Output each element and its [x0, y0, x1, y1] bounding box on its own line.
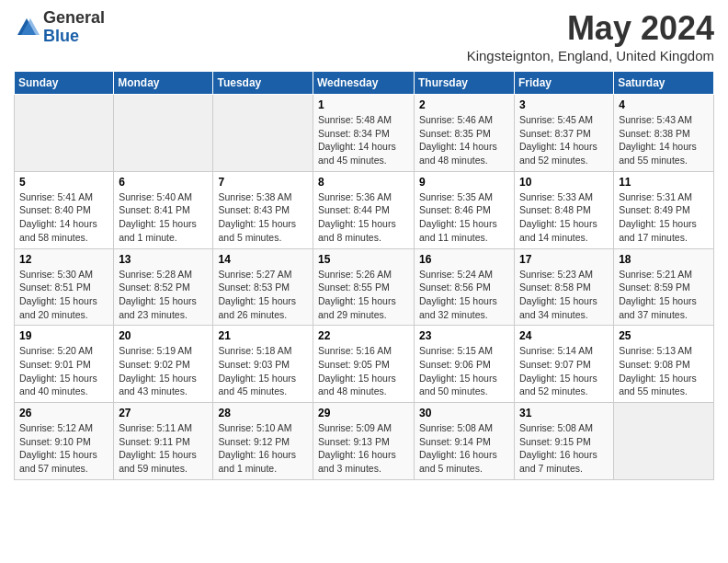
- day-number: 30: [419, 407, 509, 419]
- calendar-cell: 5Sunrise: 5:41 AM Sunset: 8:40 PM Daylig…: [15, 171, 114, 248]
- calendar-cell: 28Sunrise: 5:10 AM Sunset: 9:12 PM Dayli…: [213, 403, 313, 480]
- calendar-cell: 8Sunrise: 5:36 AM Sunset: 8:44 PM Daylig…: [313, 171, 415, 248]
- day-info: Sunrise: 5:11 AM Sunset: 9:11 PM Dayligh…: [119, 421, 208, 476]
- day-info: Sunrise: 5:23 AM Sunset: 8:58 PM Dayligh…: [519, 268, 609, 322]
- weekday-header: Monday: [114, 72, 213, 95]
- calendar-cell: 23Sunrise: 5:15 AM Sunset: 9:06 PM Dayli…: [415, 326, 515, 403]
- day-number: 28: [218, 407, 308, 419]
- calendar-cell: 30Sunrise: 5:08 AM Sunset: 9:14 PM Dayli…: [415, 403, 515, 480]
- day-info: Sunrise: 5:27 AM Sunset: 8:53 PM Dayligh…: [218, 268, 308, 322]
- day-number: 13: [119, 253, 208, 266]
- calendar-cell: 22Sunrise: 5:16 AM Sunset: 9:05 PM Dayli…: [313, 326, 415, 403]
- calendar-table: SundayMondayTuesdayWednesdayThursdayFrid…: [14, 71, 714, 480]
- calendar-cell: 25Sunrise: 5:13 AM Sunset: 9:08 PM Dayli…: [614, 326, 714, 403]
- calendar-cell: [15, 95, 114, 172]
- day-number: 22: [318, 329, 409, 342]
- day-number: 24: [519, 329, 609, 342]
- calendar-cell: 12Sunrise: 5:30 AM Sunset: 8:51 PM Dayli…: [15, 248, 114, 326]
- day-info: Sunrise: 5:13 AM Sunset: 9:08 PM Dayligh…: [619, 344, 709, 398]
- weekday-header: Tuesday: [213, 72, 313, 95]
- day-number: 15: [318, 253, 409, 266]
- day-number: 8: [318, 176, 409, 189]
- calendar-week-row: 26Sunrise: 5:12 AM Sunset: 9:10 PM Dayli…: [15, 403, 714, 480]
- day-number: 27: [119, 407, 208, 419]
- day-number: 19: [19, 329, 108, 342]
- calendar-cell: [114, 95, 213, 172]
- day-number: 9: [419, 176, 509, 189]
- calendar-cell: 29Sunrise: 5:09 AM Sunset: 9:13 PM Dayli…: [313, 403, 415, 480]
- day-info: Sunrise: 5:38 AM Sunset: 8:43 PM Dayligh…: [218, 190, 308, 245]
- day-info: Sunrise: 5:33 AM Sunset: 8:48 PM Dayligh…: [519, 190, 609, 245]
- weekday-header: Wednesday: [313, 72, 415, 95]
- day-number: 16: [419, 253, 509, 266]
- calendar-cell: 10Sunrise: 5:33 AM Sunset: 8:48 PM Dayli…: [515, 171, 614, 248]
- weekday-header-row: SundayMondayTuesdayWednesdayThursdayFrid…: [15, 72, 714, 95]
- day-info: Sunrise: 5:45 AM Sunset: 8:37 PM Dayligh…: [519, 113, 609, 167]
- day-info: Sunrise: 5:40 AM Sunset: 8:41 PM Dayligh…: [119, 190, 208, 245]
- calendar-cell: 27Sunrise: 5:11 AM Sunset: 9:11 PM Dayli…: [114, 403, 213, 480]
- day-number: 14: [218, 253, 308, 266]
- logo: General Blue: [14, 9, 105, 46]
- calendar-cell: 26Sunrise: 5:12 AM Sunset: 9:10 PM Dayli…: [15, 403, 114, 480]
- calendar-cell: 21Sunrise: 5:18 AM Sunset: 9:03 PM Dayli…: [213, 326, 313, 403]
- day-number: 17: [519, 253, 609, 266]
- day-number: 2: [419, 98, 509, 111]
- day-number: 29: [318, 407, 409, 419]
- day-number: 7: [218, 176, 308, 189]
- day-info: Sunrise: 5:36 AM Sunset: 8:44 PM Dayligh…: [318, 190, 409, 245]
- calendar-cell: 31Sunrise: 5:08 AM Sunset: 9:15 PM Dayli…: [515, 403, 614, 480]
- calendar-cell: 14Sunrise: 5:27 AM Sunset: 8:53 PM Dayli…: [213, 248, 313, 326]
- day-number: 10: [519, 176, 609, 189]
- title-block: May 2024 Kingsteignton, England, United …: [467, 9, 714, 63]
- calendar-cell: 18Sunrise: 5:21 AM Sunset: 8:59 PM Dayli…: [614, 248, 714, 326]
- calendar-cell: 19Sunrise: 5:20 AM Sunset: 9:01 PM Dayli…: [15, 326, 114, 403]
- day-number: 11: [619, 176, 709, 189]
- day-info: Sunrise: 5:12 AM Sunset: 9:10 PM Dayligh…: [19, 421, 108, 476]
- day-number: 21: [218, 329, 308, 342]
- day-number: 3: [519, 98, 609, 111]
- day-info: Sunrise: 5:43 AM Sunset: 8:38 PM Dayligh…: [619, 113, 709, 167]
- calendar-cell: 24Sunrise: 5:14 AM Sunset: 9:07 PM Dayli…: [515, 326, 614, 403]
- day-info: Sunrise: 5:09 AM Sunset: 9:13 PM Dayligh…: [318, 421, 409, 476]
- day-info: Sunrise: 5:14 AM Sunset: 9:07 PM Dayligh…: [519, 344, 609, 398]
- day-number: 12: [19, 253, 108, 266]
- calendar-cell: 7Sunrise: 5:38 AM Sunset: 8:43 PM Daylig…: [213, 171, 313, 248]
- location: Kingsteignton, England, United Kingdom: [467, 48, 714, 63]
- day-number: 26: [19, 407, 108, 419]
- logo-text: General Blue: [43, 9, 105, 46]
- calendar-cell: [213, 95, 313, 172]
- page-header: General Blue May 2024 Kingsteignton, Eng…: [14, 9, 714, 63]
- calendar-cell: 17Sunrise: 5:23 AM Sunset: 8:58 PM Dayli…: [515, 248, 614, 326]
- calendar-cell: 13Sunrise: 5:28 AM Sunset: 8:52 PM Dayli…: [114, 248, 213, 326]
- day-info: Sunrise: 5:30 AM Sunset: 8:51 PM Dayligh…: [19, 268, 108, 322]
- day-info: Sunrise: 5:08 AM Sunset: 9:14 PM Dayligh…: [419, 421, 509, 476]
- calendar-cell: 16Sunrise: 5:24 AM Sunset: 8:56 PM Dayli…: [415, 248, 515, 326]
- day-info: Sunrise: 5:46 AM Sunset: 8:35 PM Dayligh…: [419, 113, 509, 167]
- calendar-cell: 3Sunrise: 5:45 AM Sunset: 8:37 PM Daylig…: [515, 95, 614, 172]
- calendar-cell: 2Sunrise: 5:46 AM Sunset: 8:35 PM Daylig…: [415, 95, 515, 172]
- day-info: Sunrise: 5:08 AM Sunset: 9:15 PM Dayligh…: [519, 421, 609, 476]
- calendar-week-row: 19Sunrise: 5:20 AM Sunset: 9:01 PM Dayli…: [15, 326, 714, 403]
- day-info: Sunrise: 5:16 AM Sunset: 9:05 PM Dayligh…: [318, 344, 409, 398]
- day-info: Sunrise: 5:10 AM Sunset: 9:12 PM Dayligh…: [218, 421, 308, 476]
- day-number: 5: [19, 176, 108, 189]
- day-info: Sunrise: 5:35 AM Sunset: 8:46 PM Dayligh…: [419, 190, 509, 245]
- day-info: Sunrise: 5:31 AM Sunset: 8:49 PM Dayligh…: [619, 190, 709, 245]
- day-info: Sunrise: 5:21 AM Sunset: 8:59 PM Dayligh…: [619, 268, 709, 322]
- day-number: 18: [619, 253, 709, 266]
- calendar-cell: 11Sunrise: 5:31 AM Sunset: 8:49 PM Dayli…: [614, 171, 714, 248]
- day-number: 25: [619, 329, 709, 342]
- calendar-cell: 9Sunrise: 5:35 AM Sunset: 8:46 PM Daylig…: [415, 171, 515, 248]
- day-info: Sunrise: 5:24 AM Sunset: 8:56 PM Dayligh…: [419, 268, 509, 322]
- day-info: Sunrise: 5:26 AM Sunset: 8:55 PM Dayligh…: [318, 268, 409, 322]
- day-number: 1: [318, 98, 409, 111]
- day-info: Sunrise: 5:20 AM Sunset: 9:01 PM Dayligh…: [19, 344, 108, 398]
- weekday-header: Friday: [515, 72, 614, 95]
- day-info: Sunrise: 5:15 AM Sunset: 9:06 PM Dayligh…: [419, 344, 509, 398]
- calendar-week-row: 5Sunrise: 5:41 AM Sunset: 8:40 PM Daylig…: [15, 171, 714, 248]
- logo-blue: Blue: [43, 27, 79, 45]
- day-info: Sunrise: 5:41 AM Sunset: 8:40 PM Dayligh…: [19, 190, 108, 245]
- day-number: 23: [419, 329, 509, 342]
- month-title: May 2024: [467, 9, 714, 48]
- calendar-cell: 6Sunrise: 5:40 AM Sunset: 8:41 PM Daylig…: [114, 171, 213, 248]
